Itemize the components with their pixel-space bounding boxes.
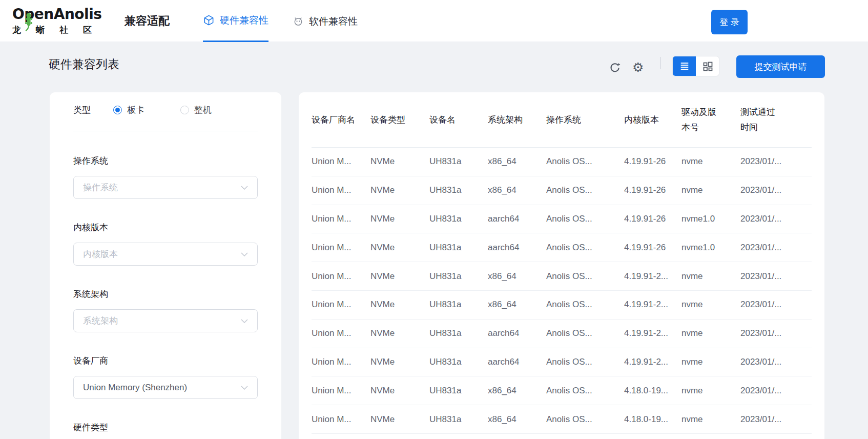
cell-date: 2023/01/... bbox=[740, 414, 812, 425]
table-body: Union M... NVMe UH831a x86_64 Anolis OS.… bbox=[312, 148, 812, 434]
cell-vendor: Union M... bbox=[312, 300, 370, 310]
cell-date: 2023/01/... bbox=[740, 328, 812, 338]
cell-type: NVMe bbox=[370, 357, 429, 367]
cell-driver: nvme bbox=[681, 300, 740, 310]
cell-driver: nvme bbox=[681, 328, 740, 338]
table-row[interactable]: Union M... NVMe UH831a x86_64 Anolis OS.… bbox=[312, 376, 812, 405]
submit-test-request-button[interactable]: 提交测试申请 bbox=[736, 55, 825, 78]
page-title: 硬件兼容列表 bbox=[49, 56, 119, 72]
tab-label: 软件兼容性 bbox=[309, 1, 358, 42]
col-header-vendor: 设备厂商名 bbox=[312, 114, 370, 126]
gear-icon[interactable]: ⚙︎ bbox=[632, 60, 644, 74]
list-view-button[interactable] bbox=[673, 56, 696, 76]
vendor-select[interactable]: Union Memory (Shenzhen) bbox=[73, 376, 258, 399]
cell-type: NVMe bbox=[370, 386, 429, 396]
kernel-filter-label: 内核版本 bbox=[73, 222, 258, 232]
cell-driver: nvme bbox=[681, 414, 740, 425]
cell-arch: x86_64 bbox=[488, 271, 546, 282]
os-select-placeholder: 操作系统 bbox=[83, 182, 241, 193]
top-navbar: OpenAnolis 龙蜥社区 兼容适配 硬件兼容性 bbox=[0, 0, 868, 42]
vendor-select-value: Union Memory (Shenzhen) bbox=[83, 383, 241, 393]
cell-driver: nvme bbox=[681, 357, 740, 367]
cell-driver: nvme bbox=[681, 185, 740, 195]
radio-board-card[interactable]: 板卡 bbox=[113, 104, 144, 116]
grid-view-button[interactable] bbox=[696, 56, 719, 76]
cell-os: Anolis OS... bbox=[546, 357, 624, 367]
cell-vendor: Union M... bbox=[312, 185, 370, 195]
kernel-select[interactable]: 内核版本 bbox=[73, 243, 258, 266]
cell-type: NVMe bbox=[370, 185, 429, 195]
cell-arch: x86_64 bbox=[488, 156, 546, 167]
list-view-icon bbox=[679, 61, 690, 71]
col-header-type: 设备类型 bbox=[370, 114, 429, 126]
table-row[interactable]: Union M... NVMe UH831a x86_64 Anolis OS.… bbox=[312, 291, 812, 320]
table-row[interactable]: Union M... NVMe UH831a x86_64 Anolis OS.… bbox=[312, 176, 812, 205]
table-header-row: 设备厂商名 设备类型 设备名 系统架构 操作系统 内核版本 驱动及版本号 测试通… bbox=[312, 92, 812, 148]
os-select[interactable]: 操作系统 bbox=[73, 176, 258, 199]
cube-icon bbox=[203, 14, 215, 26]
tab-software-compatibility[interactable]: 软件兼容性 bbox=[293, 0, 358, 42]
table-row[interactable]: Union M... NVMe UH831a x86_64 Anolis OS.… bbox=[312, 262, 812, 291]
arch-select[interactable]: 系统架构 bbox=[73, 309, 258, 332]
radio-whole-machine[interactable]: 整机 bbox=[180, 104, 212, 116]
cell-kernel: 4.19.91-2... bbox=[624, 300, 681, 310]
cell-kernel: 4.19.91-2... bbox=[624, 271, 681, 282]
cell-name: UH831a bbox=[429, 386, 488, 396]
cell-driver: nvme bbox=[681, 156, 740, 167]
refresh-icon[interactable] bbox=[609, 62, 621, 76]
cell-date: 2023/01/... bbox=[740, 271, 812, 282]
table-row[interactable]: Union M... NVMe UH831a aarch64 Anolis OS… bbox=[312, 205, 812, 234]
cell-kernel: 4.19.91-26 bbox=[624, 243, 681, 253]
cell-type: NVMe bbox=[370, 271, 429, 282]
cell-kernel: 4.19.91-2... bbox=[624, 357, 681, 367]
type-filter-row: 类型 板卡 整机 bbox=[73, 102, 258, 118]
chevron-down-icon bbox=[241, 319, 248, 323]
table-row[interactable]: Union M... NVMe UH831a aarch64 Anolis OS… bbox=[312, 233, 812, 262]
cell-name: UH831a bbox=[429, 300, 488, 310]
cell-os: Anolis OS... bbox=[546, 185, 624, 195]
table-row[interactable]: Union M... NVMe UH831a x86_64 Anolis OS.… bbox=[312, 405, 812, 434]
col-header-kernel: 内核版本 bbox=[624, 114, 681, 126]
cell-os: Anolis OS... bbox=[546, 386, 624, 396]
view-mode-toggle bbox=[672, 56, 719, 76]
cell-arch: x86_64 bbox=[488, 185, 546, 195]
nav-section-title: 兼容适配 bbox=[125, 0, 170, 42]
cell-arch: x86_64 bbox=[488, 300, 546, 310]
cell-kernel: 4.19.91-26 bbox=[624, 156, 681, 167]
cell-name: UH831a bbox=[429, 156, 488, 167]
cell-os: Anolis OS... bbox=[546, 214, 624, 224]
cell-os: Anolis OS... bbox=[546, 243, 624, 253]
col-header-os: 操作系统 bbox=[546, 114, 624, 126]
cell-name: UH831a bbox=[429, 271, 488, 282]
cell-os: Anolis OS... bbox=[546, 156, 624, 167]
kernel-select-placeholder: 内核版本 bbox=[83, 248, 241, 260]
cell-kernel: 4.18.0-19... bbox=[624, 414, 681, 425]
hardware-type-filter-label: 硬件类型 bbox=[73, 422, 258, 432]
table-row[interactable]: Union M... NVMe UH831a aarch64 Anolis OS… bbox=[312, 348, 812, 377]
software-mascot-icon bbox=[293, 15, 304, 27]
cell-kernel: 4.18.0-19... bbox=[624, 386, 681, 396]
cell-type: NVMe bbox=[370, 300, 429, 310]
col-header-name: 设备名 bbox=[429, 114, 488, 126]
grid-view-icon bbox=[702, 61, 713, 71]
radio-whole-label: 整机 bbox=[194, 104, 212, 116]
cell-arch: aarch64 bbox=[488, 214, 546, 224]
cell-date: 2023/01/... bbox=[740, 300, 812, 310]
table-row[interactable]: Union M... NVMe UH831a aarch64 Anolis OS… bbox=[312, 320, 812, 348]
arch-select-placeholder: 系统架构 bbox=[83, 315, 241, 327]
cell-os: Anolis OS... bbox=[546, 300, 624, 310]
type-label: 类型 bbox=[73, 104, 91, 116]
cell-arch: x86_64 bbox=[488, 414, 546, 425]
login-button[interactable]: 登 录 bbox=[711, 10, 748, 34]
cell-driver: nvme bbox=[681, 271, 740, 282]
cell-name: UH831a bbox=[429, 328, 488, 338]
cell-kernel: 4.19.91-26 bbox=[624, 185, 681, 195]
toolbar-divider bbox=[660, 57, 661, 69]
table-row[interactable]: Union M... NVMe UH831a x86_64 Anolis OS.… bbox=[312, 148, 812, 176]
cell-name: UH831a bbox=[429, 414, 488, 425]
cell-vendor: Union M... bbox=[312, 214, 370, 224]
tab-hardware-compatibility[interactable]: 硬件兼容性 bbox=[203, 0, 268, 42]
radio-unselected-icon bbox=[180, 106, 189, 114]
col-header-driver: 驱动及版本号 bbox=[681, 105, 729, 135]
openanolis-logo[interactable]: OpenAnolis 龙蜥社区 bbox=[12, 6, 107, 36]
